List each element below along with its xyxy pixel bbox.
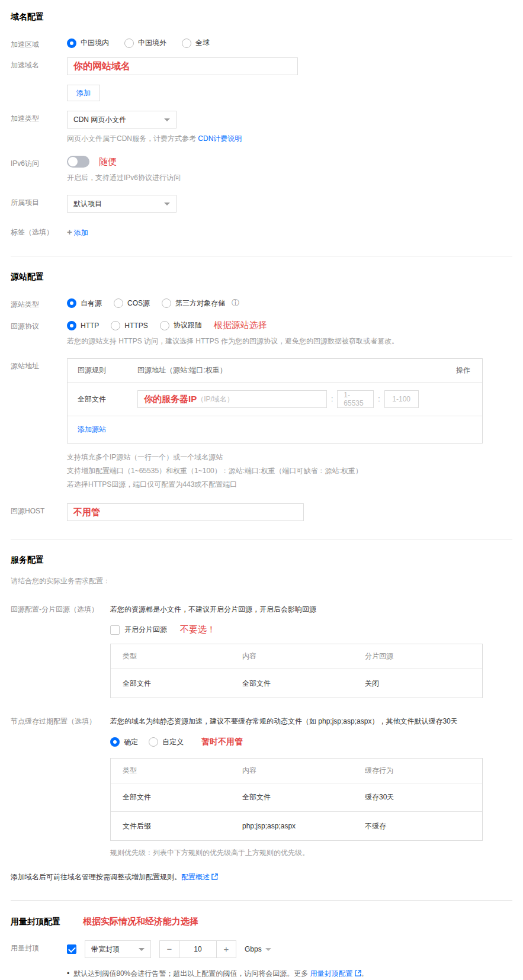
range-origin-checkbox-label: 开启分片回源 — [124, 625, 167, 635]
range-origin-label: 回源配置-分片回源（选填） — [11, 602, 110, 614]
origin-address-table: 回源规则 回源地址（源站:端口:权重） 操作 全部文件 你的服务器IP（IP/域… — [67, 358, 483, 444]
radio-cache-default[interactable]: 确定 — [110, 737, 138, 747]
radio-own-origin[interactable]: 自有源 — [67, 298, 102, 309]
radio-cache-custom[interactable]: 自定义 — [149, 737, 184, 747]
range-origin-checkbox[interactable] — [110, 625, 120, 635]
type-help: 网页小文件属于CDN服务，计费方式参考 CDN计费说明 — [67, 134, 512, 144]
host-input[interactable]: 不用管 — [67, 503, 304, 521]
host-row: 回源HOST 不用管 — [11, 503, 512, 521]
radio-third-party-origin[interactable]: 第三方对象存储 ⓘ — [162, 298, 239, 309]
note-text: 默认达到阈值80%会进行告警；超出以上配置的阈值，访问将会回源。更多 — [73, 969, 310, 978]
col-content: 内容 — [242, 651, 365, 661]
add-tag-text: 添加 — [74, 229, 88, 237]
radio-icon — [149, 737, 158, 747]
minus-button[interactable]: − — [160, 941, 179, 957]
cap-label: 用量封顶 — [11, 940, 67, 953]
protocol-label: 回源协议 — [11, 319, 67, 331]
ipv6-row: IPv6访问 随便 开启后，支持通过IPv6协议进行访问 — [11, 156, 512, 183]
cap-unit-select[interactable]: Gbps — [245, 945, 271, 953]
origin-config-title: 源站配置 — [11, 272, 512, 282]
info-icon[interactable]: ⓘ — [232, 298, 239, 309]
col-rule: 回源规则 — [68, 365, 137, 375]
origin-type-radio-group: 自有源 COS源 第三方对象存储 ⓘ — [67, 297, 512, 309]
ipv6-toggle[interactable] — [67, 156, 89, 168]
project-select[interactable]: 默认项目 — [67, 195, 177, 213]
service-footer-text: 添加域名后可前往域名管理按需调整或增加配置规则。 — [11, 873, 181, 881]
protocol-radio-group: HTTP HTTPS 协议跟随 根据源站选择 — [67, 319, 512, 331]
type-label: 加速类型 — [11, 111, 67, 123]
plus-button[interactable]: + — [217, 941, 236, 957]
radio-http[interactable]: HTTP — [67, 321, 99, 330]
origin-table-footer: 添加源站 — [68, 416, 482, 443]
protocol-row: 回源协议 HTTP HTTPS 协议跟随 根据源站选择 若您的源站支持 HTTP… — [11, 319, 512, 346]
range-origin-table: 类型 内容 分片回源 全部文件 全部文件 关闭 — [110, 644, 483, 698]
section-divider — [11, 900, 512, 901]
col-range-origin: 分片回源 — [365, 651, 482, 661]
radio-icon — [67, 298, 76, 308]
cap-amount-value[interactable]: 10 — [179, 941, 217, 957]
range-origin-checkbox-row: 开启分片回源 不要选！ — [110, 624, 512, 635]
radio-region-mainland[interactable]: 中国境内 — [67, 38, 109, 48]
add-domain-row: 添加 — [11, 85, 512, 101]
cap-note-item: • 默认达到阈值80%会进行告警；超出以上配置的阈值，访问将会回源。更多 用量封… — [67, 969, 512, 979]
origin-ip-input[interactable]: 你的服务器IP（IP/域名） — [137, 390, 327, 408]
origin-type-row: 源站类型 自有源 COS源 第三方对象存储 ⓘ — [11, 297, 512, 309]
cache-annotation: 暂时不用管 — [201, 737, 243, 747]
weight-input[interactable]: 1-100 — [384, 390, 419, 408]
cell-behavior: 缓存30天 — [365, 792, 482, 802]
cache-help: 若您的域名为纯静态资源加速，建议不要缓存常规的动态文件（如 php;jsp;as… — [110, 714, 512, 727]
domain-input-value: 你的网站域名 — [73, 60, 130, 73]
region-label: 加速区域 — [11, 37, 67, 49]
cdn-add-domain-page: 域名配置 加速区域 中国境内 中国境外 全球 加速域名 你的网站域名 — [0, 0, 523, 980]
radio-region-global[interactable]: 全球 — [182, 38, 210, 48]
service-intro: 请结合您的实际业务需求配置： — [11, 576, 512, 586]
cell-content: 全部文件 — [242, 679, 365, 689]
origin-help-line: 支持增加配置端口（1~65535）和权重（1~100）：源站:端口:权重（端口可… — [67, 464, 512, 478]
origin-address-label: 源站地址 — [11, 358, 67, 371]
cap-checkbox[interactable] — [67, 944, 76, 954]
col-address: 回源地址（源站:端口:权重） — [137, 365, 447, 375]
cell-behavior: 不缓存 — [365, 821, 482, 831]
radio-label: 协议跟随 — [174, 320, 202, 330]
config-overview-link[interactable]: 配置概述 — [181, 873, 210, 881]
add-button[interactable]: 添加 — [67, 85, 100, 101]
radio-icon — [162, 298, 171, 308]
add-tag-link[interactable]: +添加 — [67, 229, 88, 237]
service-footer: 添加域名后可前往域名管理按需调整或增加配置规则。配置概述 — [11, 872, 512, 882]
radio-label: 全球 — [195, 38, 210, 48]
origin-table-row: 全部文件 你的服务器IP（IP/域名） : 1-65535 : 1-100 — [68, 383, 482, 416]
rule-cell: 全部文件 — [68, 394, 137, 404]
plus-icon: + — [67, 227, 72, 237]
radio-label: 中国境内 — [81, 38, 109, 48]
acceleration-type-select[interactable]: CDN 网页小文件 — [67, 111, 177, 128]
table-header: 类型 内容 分片回源 — [111, 644, 482, 669]
cdn-billing-link[interactable]: CDN计费说明 — [198, 134, 242, 143]
col-cache-behavior: 缓存行为 — [365, 766, 482, 776]
radio-icon — [182, 38, 191, 48]
port-input[interactable]: 1-65535 — [337, 390, 374, 408]
type-row: 加速类型 CDN 网页小文件 网页小文件属于CDN服务，计费方式参考 CDN计费… — [11, 111, 512, 144]
domain-label: 加速域名 — [11, 57, 67, 70]
radio-protocol-follow[interactable]: 协议跟随 — [160, 320, 202, 330]
range-origin-help: 若您的资源都是小文件，不建议开启分片回源，开启后会影响回源 — [110, 602, 512, 615]
radio-region-overseas[interactable]: 中国境外 — [124, 38, 166, 48]
cap-config-link[interactable]: 用量封顶配置 — [310, 969, 353, 978]
cell-status: 关闭 — [365, 679, 482, 689]
add-origin-link[interactable]: 添加源站 — [78, 425, 106, 433]
toggle-knob — [68, 157, 78, 166]
radio-label: 自有源 — [81, 298, 102, 309]
radio-https[interactable]: HTTPS — [111, 321, 147, 330]
cache-priority-note: 规则优先级：列表中下方规则的优先级高于上方规则的优先级。 — [110, 848, 512, 858]
project-label: 所属项目 — [11, 195, 67, 207]
cap-type-select[interactable]: 带宽封顶 — [85, 940, 151, 958]
cache-table: 类型 内容 缓存行为 全部文件 全部文件 缓存30天 文件后缀 php;jsp;… — [110, 758, 483, 841]
host-label: 回源HOST — [11, 503, 67, 516]
cap-notes: • 默认达到阈值80%会进行告警；超出以上配置的阈值，访问将会回源。更多 用量封… — [67, 969, 512, 980]
radio-cos-origin[interactable]: COS源 — [114, 298, 150, 309]
region-radio-group: 中国境内 中国境外 全球 — [67, 37, 512, 48]
external-link-icon[interactable] — [211, 873, 218, 882]
col-type: 类型 — [111, 766, 242, 776]
domain-input[interactable]: 你的网站域名 — [67, 57, 298, 75]
region-row: 加速区域 中国境内 中国境外 全球 — [11, 37, 512, 49]
external-link-icon[interactable] — [355, 969, 361, 979]
